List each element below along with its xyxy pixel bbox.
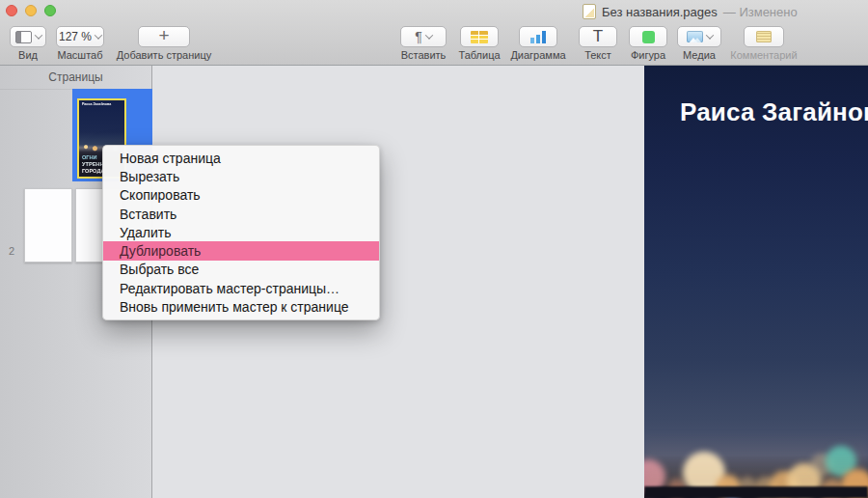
insert-button-label: Вставить xyxy=(391,49,456,61)
chevron-down-icon xyxy=(705,31,713,39)
insert-button[interactable]: ¶ xyxy=(400,26,447,47)
text-button-label: Текст xyxy=(569,49,627,61)
window-title: Без названия.pages — Изменено xyxy=(583,4,798,19)
cover-title-line: ОГНИ xyxy=(82,155,104,160)
document-author-title[interactable]: Раиса Загайнова xyxy=(680,97,868,127)
shape-square-icon xyxy=(642,31,655,43)
sidebar-header: Страницы xyxy=(0,66,151,90)
page-thumbnail-2-left[interactable] xyxy=(24,188,72,263)
media-photo-icon xyxy=(687,31,703,42)
view-button-label: Вид xyxy=(10,49,46,61)
document-page[interactable]: Раиса Загайнова xyxy=(644,66,868,498)
chevron-down-icon xyxy=(95,31,102,39)
chart-button[interactable] xyxy=(519,26,557,47)
menu-item-paste[interactable]: Вставить xyxy=(103,205,379,223)
chevron-down-icon xyxy=(425,31,433,39)
pages-app-window: Без названия.pages — Изменено Вид 127 % … xyxy=(0,0,868,498)
zoom-value: 127 % xyxy=(59,30,92,43)
bar-chart-icon xyxy=(530,31,546,43)
plus-icon: + xyxy=(158,25,169,46)
menu-item-new-page[interactable]: Новая страница xyxy=(103,149,379,167)
cover-title-line: ГОРОДА xyxy=(82,169,104,174)
chart-button-label: Диаграмма xyxy=(500,49,577,61)
add-page-button-label: Добавить страницу xyxy=(92,49,236,61)
view-columns-icon xyxy=(15,31,32,43)
table-button[interactable] xyxy=(460,26,499,47)
close-window-button[interactable] xyxy=(6,5,17,16)
fullscreen-window-button[interactable] xyxy=(44,5,56,16)
text-t-icon: T xyxy=(593,27,603,46)
menu-item-select-all[interactable]: Выбрать все xyxy=(103,261,379,279)
media-button[interactable] xyxy=(677,26,721,47)
thumbnail-author-text: Раиса Загайнова xyxy=(82,102,111,106)
text-button[interactable]: T xyxy=(579,26,617,47)
document-icon xyxy=(583,4,596,19)
add-page-button[interactable]: + xyxy=(138,26,190,47)
menu-item-reapply-master[interactable]: Вновь применить мастер к странице xyxy=(103,297,379,316)
menu-item-duplicate-highlighted[interactable]: Дублировать xyxy=(103,241,379,260)
chevron-down-icon xyxy=(34,31,41,39)
document-modified-text: — Изменено xyxy=(723,5,798,19)
cover-title-line: УТРЕНН xyxy=(82,162,104,167)
menu-item-delete[interactable]: Удалить xyxy=(103,223,379,241)
zoom-button[interactable]: 127 % xyxy=(56,26,104,47)
comment-button[interactable] xyxy=(744,26,784,47)
toolbar: Без названия.pages — Изменено Вид 127 % … xyxy=(0,0,868,66)
skyline-silhouette xyxy=(644,486,868,498)
menu-item-edit-master-pages[interactable]: Редактировать мастер-страницы… xyxy=(103,279,379,297)
context-menu: Новая страница Вырезать Скопировать Вста… xyxy=(102,145,380,320)
comment-note-icon xyxy=(756,31,772,42)
menu-item-cut[interactable]: Вырезать xyxy=(103,167,379,185)
minimize-window-button[interactable] xyxy=(25,5,37,16)
pilcrow-icon: ¶ xyxy=(415,29,422,44)
comment-button-label: Комментарий xyxy=(719,49,808,61)
skyline-glow xyxy=(644,432,868,488)
shape-button[interactable] xyxy=(629,26,667,47)
view-button[interactable] xyxy=(10,26,46,47)
page-2-number-label: 2 xyxy=(9,245,14,257)
table-icon xyxy=(471,31,488,43)
menu-item-copy[interactable]: Скопировать xyxy=(103,186,379,205)
document-title-text: Без названия.pages xyxy=(602,5,718,19)
